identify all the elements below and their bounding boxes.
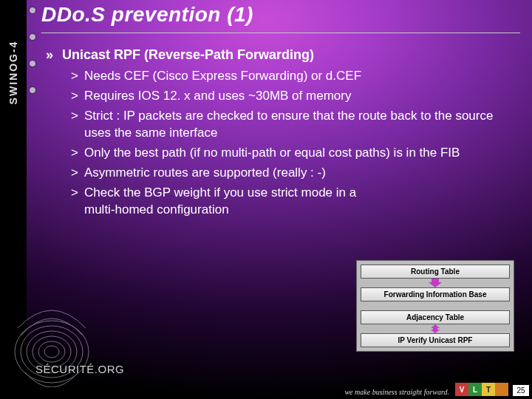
svg-marker-0 [429,279,442,287]
rail-dot [30,34,35,40]
footer-badge: T [482,383,495,396]
sub-bullet: > Asymmetric routes are supported (reall… [66,165,517,182]
rail-dots [30,7,35,93]
title-rule [41,33,520,33]
sub-marker-icon: > [66,165,78,182]
footer-slogan: we make business straight forward. [344,388,449,396]
footer-badge: L [468,383,482,396]
sub-bullet: > Strict : IP packets are checked to ens… [66,108,517,142]
footer-badge: V [455,383,468,396]
footer-badges: V L T [455,383,508,396]
footer: we make business straight forward. V L T… [344,383,529,396]
sub-bullet: > Only the best path (if no multi-path o… [66,145,517,162]
rail-brand-text: SWINOG-4 [7,41,19,105]
sub-marker-icon: > [66,88,78,105]
diagram-gap [361,301,510,310]
sub-bullet-text: Only the best path (if no multi-path or … [84,145,460,162]
rail-dot [30,87,35,93]
diagram-arrow-down [361,279,510,287]
svg-point-6 [38,341,65,362]
sub-bullet-text: Requires IOS 12. x and uses ~30MB of mem… [84,88,351,105]
sub-marker-icon: > [66,68,78,85]
diagram-box-adjacency: Adjacency Table [361,310,510,324]
sub-bullet: > Needs CEF (Cisco Express Forwarding) o… [66,68,517,85]
rpf-diagram: Routing Table Forwarding Information Bas… [356,260,514,352]
sub-marker-icon: > [66,108,78,142]
slide-body: » Unicast RPF (Reverse-Path Forwarding) … [43,46,517,222]
page-number: 25 [513,385,529,396]
arrow-down-icon [429,279,442,287]
sub-bullet: > Requires IOS 12. x and uses ~30MB of m… [66,88,517,105]
diagram-box-fib: Forwarding Information Base [361,287,510,301]
bullet-marker-icon: » [43,46,56,64]
diagram-box-routing-table: Routing Table [361,265,510,279]
logo-text: SÉCURITÉ.ORG [35,363,124,375]
slide-title: DDo.S prevention (1) [41,3,520,27]
diagram-box-ip-verify: IP Verify Unicast RPF [361,333,510,347]
sub-bullet-text: Strict : IP packets are checked to ensur… [84,108,517,142]
footer-badge [495,383,508,396]
svg-point-7 [44,346,59,358]
sub-marker-icon: > [66,145,78,162]
sub-bullets: > Needs CEF (Cisco Express Forwarding) o… [66,68,517,219]
sub-marker-icon: > [66,185,78,219]
sub-bullet-text: Check the BGP weight if you use strict m… [84,185,362,219]
bullet-text: Unicast RPF (Reverse-Path Forwarding) [62,46,314,64]
svg-marker-1 [431,324,440,333]
diagram-arrow-bi [361,324,510,333]
sub-bullet: > Check the BGP weight if you use strict… [66,185,362,219]
rail-dot [30,7,35,13]
sub-bullet-text: Asymmetric routes are supported (really … [84,165,326,182]
rail-dot [30,61,35,66]
slide: SWINOG-4 DDo.S prevention (1) » Unicast … [0,0,532,399]
arrow-updown-icon [427,324,443,333]
securite-logo: SÉCURITÉ.ORG [35,363,124,375]
sub-bullet-text: Needs CEF (Cisco Express Forwarding) or … [84,68,361,85]
bullet-level1: » Unicast RPF (Reverse-Path Forwarding) [43,46,517,64]
